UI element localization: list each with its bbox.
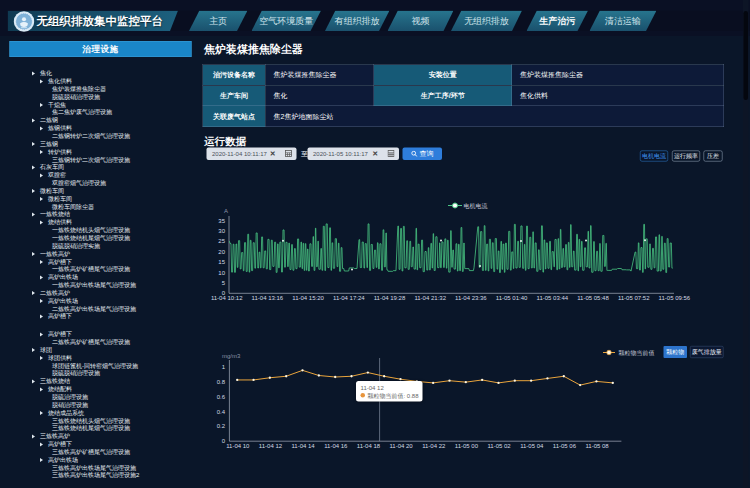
svg-text:20: 20 [218, 249, 225, 255]
svg-text:35: 35 [218, 218, 225, 224]
svg-text:11-04 14: 11-04 14 [291, 443, 315, 449]
svg-text:0: 0 [222, 438, 226, 444]
svg-text:11-05 04: 11-05 04 [520, 443, 544, 449]
svg-text:11-05 06: 11-05 06 [553, 443, 577, 449]
svg-text:0.2: 0.2 [217, 423, 226, 429]
svg-text:11-05 01:40: 11-05 01:40 [496, 295, 528, 301]
svg-text:30: 30 [218, 228, 225, 234]
svg-text:11-04 23:36: 11-04 23:36 [455, 295, 487, 301]
svg-text:mg/m3: mg/m3 [222, 353, 241, 359]
svg-text:11-05 09:56: 11-05 09:56 [659, 295, 691, 301]
svg-text:11-04 16: 11-04 16 [324, 443, 348, 449]
svg-text:10: 10 [218, 270, 225, 276]
svg-text:25: 25 [218, 238, 225, 244]
svg-text:颗粒物当前值: 颗粒物当前值 [619, 349, 655, 357]
svg-text:11-04 10:12: 11-04 10:12 [211, 295, 243, 301]
svg-text:11-04 12: 11-04 12 [259, 443, 283, 449]
svg-text:11-04 10: 11-04 10 [226, 443, 250, 449]
svg-text:11-05 02: 11-05 02 [487, 443, 511, 449]
svg-text:11-05 05:48: 11-05 05:48 [577, 295, 609, 301]
svg-text:11-04 15:20: 11-04 15:20 [292, 295, 324, 301]
svg-text:1: 1 [222, 364, 226, 370]
svg-text:11-04 18: 11-04 18 [357, 443, 381, 449]
svg-text:0.8: 0.8 [217, 379, 226, 385]
svg-text:0.4: 0.4 [217, 409, 226, 415]
svg-text:11-04 21:32: 11-04 21:32 [414, 295, 446, 301]
svg-text:A: A [224, 208, 228, 214]
svg-text:0.6: 0.6 [217, 394, 226, 400]
svg-text:11-04 17:24: 11-04 17:24 [333, 295, 365, 301]
svg-text:11-04 20: 11-04 20 [389, 443, 413, 449]
svg-text:11-04 19:28: 11-04 19:28 [374, 295, 406, 301]
svg-text:电机电流: 电机电流 [464, 202, 488, 210]
svg-text:11-04 22: 11-04 22 [422, 443, 446, 449]
svg-text:5: 5 [222, 280, 226, 286]
svg-text:11-05 07:52: 11-05 07:52 [618, 295, 650, 301]
svg-text:11-05 08: 11-05 08 [585, 443, 609, 449]
svg-text:15: 15 [218, 259, 225, 265]
svg-text:11-04 13:16: 11-04 13:16 [252, 295, 284, 301]
svg-text:11-05 03:44: 11-05 03:44 [537, 295, 569, 301]
svg-text:11-05 00: 11-05 00 [455, 443, 479, 449]
